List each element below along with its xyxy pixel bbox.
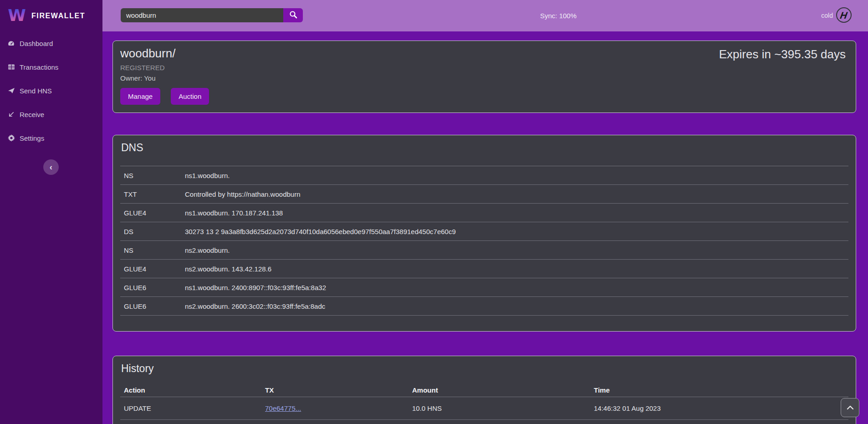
dns-record-type: GLUE4 [120, 265, 185, 273]
chevron-up-icon [847, 404, 854, 412]
app-logo: W FIREWALLET [0, 0, 102, 26]
tx-link[interactable]: 70e64775... [265, 404, 301, 412]
search-icon [289, 10, 297, 20]
dashboard-icon [7, 40, 15, 47]
dns-record-row: GLUE6 ns1.woodburn. 2400:8907::f03c:93ff… [120, 278, 848, 296]
sidebar-collapse-button[interactable]: ‹ [43, 159, 59, 175]
search-bar [121, 8, 303, 22]
domain-card: woodburn/ REGISTERED Owner: You Manage A… [112, 41, 856, 113]
dns-card-title: DNS [121, 142, 848, 154]
dns-record-type: GLUE6 [120, 284, 185, 291]
transactions-icon [7, 63, 15, 71]
search-button[interactable] [283, 8, 303, 22]
sync-status: Sync: 100% [540, 0, 577, 31]
search-input[interactable] [121, 8, 283, 22]
topbar: Sync: 100% cold H [102, 0, 868, 31]
manage-button[interactable]: Manage [120, 88, 160, 105]
dns-record-value: ns2.woodburn. 143.42.128.6 [185, 265, 848, 273]
main-content: woodburn/ REGISTERED Owner: You Manage A… [102, 31, 868, 424]
settings-icon [7, 134, 15, 142]
dns-record-type: NS [120, 246, 185, 254]
dns-record-value: ns1.woodburn. [185, 172, 848, 179]
column-header-tx: TX [261, 386, 408, 394]
dns-record-type: GLUE6 [120, 302, 185, 310]
history-header-row: Action TX Amount Time [120, 383, 848, 397]
history-row: RENEW 45bd0c1... 10.0 HNS 15:15:36 05 Ju… [120, 419, 848, 424]
auction-button[interactable]: Auction [171, 88, 209, 105]
sidebar: W FIREWALLET Dashboard [0, 0, 102, 424]
avatar[interactable]: H [836, 7, 852, 23]
dns-record-value: ns2.woodburn. [185, 246, 848, 254]
dns-record-value: ns1.woodburn. 170.187.241.138 [185, 209, 848, 217]
scroll-to-top-button[interactable] [841, 398, 859, 417]
dns-record-row: DS 30273 13 2 9a3a8fb3d625d2a2073d740f10… [120, 222, 848, 240]
sidebar-item-settings[interactable]: Settings [0, 126, 102, 150]
expires-label: Expires in ~395.35 days [719, 47, 846, 61]
dns-record-row: GLUE6 ns2.woodburn. 2600:3c02::f03c:93ff… [120, 296, 848, 315]
send-icon [7, 87, 15, 94]
sidebar-item-transactions[interactable]: Transactions [0, 55, 102, 79]
app-name: FIREWALLET [31, 12, 85, 20]
history-action: UPDATE [120, 404, 261, 412]
sidebar-item-send-hns[interactable]: Send HNS [0, 79, 102, 102]
sidebar-item-label: Transactions [20, 63, 58, 71]
sidebar-item-label: Receive [20, 111, 44, 118]
sidebar-nav: Dashboard Transactions Send HNS [0, 31, 102, 150]
dns-table: NS ns1.woodburn. TXT Controlled by https… [120, 166, 848, 316]
column-header-time: Time [590, 386, 848, 394]
firewallet-logo-icon: W [7, 5, 26, 26]
dns-card: DNS NS ns1.woodburn. TXT Controlled by h… [112, 135, 856, 332]
column-header-amount: Amount [408, 386, 590, 394]
history-card-title: History [121, 363, 848, 375]
dns-record-type: NS [120, 172, 185, 179]
dns-record-value: ns2.woodburn. 2600:3c02::f03c:93ff:fe5a:… [185, 302, 848, 310]
sidebar-item-label: Send HNS [20, 87, 52, 95]
history-table: Action TX Amount Time UPDATE 70e64775...… [120, 383, 848, 424]
history-row: UPDATE 70e64775... 10.0 HNS 14:46:32 01 … [120, 397, 848, 419]
dns-record-row: TXT Controlled by https://nathan.woodbur… [120, 184, 848, 203]
wallet-name-label: cold [821, 0, 833, 31]
dns-record-row: NS ns1.woodburn. [120, 166, 848, 184]
sidebar-item-label: Settings [20, 134, 44, 142]
column-header-action: Action [120, 386, 261, 394]
history-amount: 10.0 HNS [408, 404, 590, 412]
dns-record-row: GLUE4 ns1.woodburn. 170.187.241.138 [120, 203, 848, 222]
sidebar-item-label: Dashboard [20, 40, 53, 47]
dns-record-value: ns1.woodburn. 2400:8907::f03c:93ff:fe5a:… [185, 284, 848, 291]
domain-owner: Owner: You [120, 74, 846, 82]
dns-record-value: Controlled by https://nathan.woodburn [185, 190, 848, 198]
history-card: History Action TX Amount Time UPDATE 70e… [112, 356, 856, 424]
domain-status: REGISTERED [120, 64, 846, 72]
svg-text:W: W [8, 6, 26, 25]
dns-record-type: TXT [120, 190, 185, 198]
dns-record-value: 30273 13 2 9a3a8fb3d625d2a2073d740f10da6… [185, 228, 848, 235]
receive-icon [7, 111, 15, 118]
handshake-logo-icon: H [840, 10, 848, 20]
sidebar-item-receive[interactable]: Receive [0, 102, 102, 126]
dns-record-type: DS [120, 228, 185, 235]
sidebar-item-dashboard[interactable]: Dashboard [0, 31, 102, 55]
history-time: 14:46:32 01 Aug 2023 [590, 404, 848, 412]
dns-record-row: NS ns2.woodburn. [120, 240, 848, 259]
chevron-left-icon: ‹ [50, 162, 52, 172]
dns-record-row: GLUE4 ns2.woodburn. 143.42.128.6 [120, 259, 848, 278]
dns-record-type: GLUE4 [120, 209, 185, 217]
